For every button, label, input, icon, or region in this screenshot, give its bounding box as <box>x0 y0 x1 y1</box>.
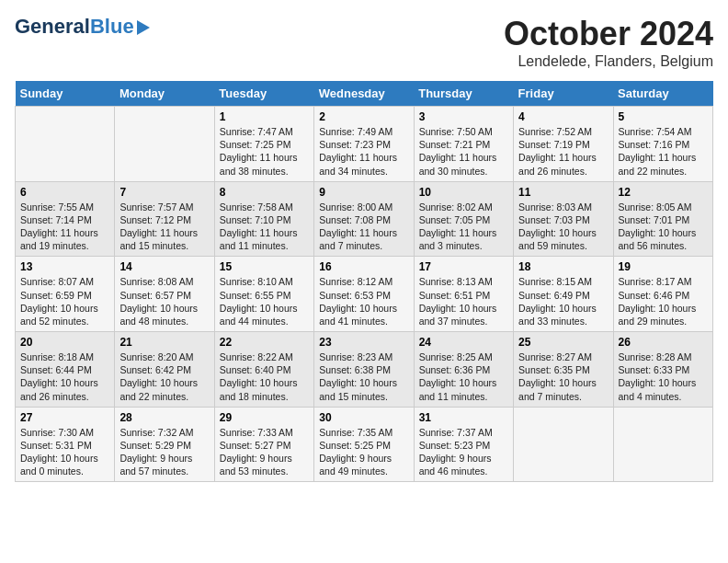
calendar-cell: 9Sunrise: 8:00 AMSunset: 7:08 PMDaylight… <box>314 181 414 257</box>
day-info: Sunrise: 8:00 AMSunset: 7:08 PMDaylight:… <box>319 201 408 253</box>
day-info: Sunrise: 7:57 AMSunset: 7:12 PMDaylight:… <box>119 201 209 253</box>
day-number: 11 <box>518 186 608 199</box>
day-info: Sunrise: 8:10 AMSunset: 6:55 PMDaylight:… <box>220 275 309 327</box>
day-number: 27 <box>20 411 109 424</box>
logo-blue: Blue <box>90 15 134 39</box>
calendar-cell: 10Sunrise: 8:02 AMSunset: 7:05 PMDayligh… <box>414 181 513 257</box>
day-number: 8 <box>220 186 309 199</box>
day-info: Sunrise: 7:52 AMSunset: 7:19 PMDaylight:… <box>518 125 608 178</box>
calendar-cell: 31Sunrise: 7:37 AMSunset: 5:23 PMDayligh… <box>414 407 513 482</box>
calendar-cell: 3Sunrise: 7:50 AMSunset: 7:21 PMDaylight… <box>414 107 513 182</box>
day-number: 21 <box>119 336 209 349</box>
calendar-cell: 14Sunrise: 8:08 AMSunset: 6:57 PMDayligh… <box>115 257 214 332</box>
header-cell-monday: Monday <box>115 81 214 107</box>
day-number: 29 <box>220 411 309 424</box>
calendar-cell: 7Sunrise: 7:57 AMSunset: 7:12 PMDaylight… <box>115 181 214 257</box>
calendar-cell: 11Sunrise: 8:03 AMSunset: 7:03 PMDayligh… <box>514 181 613 257</box>
calendar-cell: 8Sunrise: 7:58 AMSunset: 7:10 PMDaylight… <box>214 181 313 257</box>
week-row-5: 27Sunrise: 7:30 AMSunset: 5:31 PMDayligh… <box>16 407 713 482</box>
day-info: Sunrise: 8:28 AMSunset: 6:33 PMDaylight:… <box>619 350 708 403</box>
page-subtitle: Lendelede, Flanders, Belgium <box>504 53 713 70</box>
day-number: 15 <box>220 260 309 273</box>
calendar-cell: 20Sunrise: 8:18 AMSunset: 6:44 PMDayligh… <box>16 332 115 408</box>
calendar-table: SundayMondayTuesdayWednesdayThursdayFrid… <box>15 81 713 482</box>
day-info: Sunrise: 8:23 AMSunset: 6:38 PMDaylight:… <box>319 350 408 403</box>
day-info: Sunrise: 8:07 AMSunset: 6:59 PMDaylight:… <box>20 275 109 327</box>
calendar-cell: 28Sunrise: 7:32 AMSunset: 5:29 PMDayligh… <box>115 407 214 482</box>
day-number: 19 <box>619 260 708 273</box>
calendar-cell: 13Sunrise: 8:07 AMSunset: 6:59 PMDayligh… <box>16 257 115 332</box>
day-info: Sunrise: 8:05 AMSunset: 7:01 PMDaylight:… <box>619 201 708 253</box>
logo-general: General <box>15 15 90 39</box>
calendar-cell: 23Sunrise: 8:23 AMSunset: 6:38 PMDayligh… <box>314 332 414 408</box>
page-title: October 2024 <box>504 15 713 53</box>
header-cell-wednesday: Wednesday <box>314 81 414 107</box>
day-number: 23 <box>319 336 408 349</box>
day-info: Sunrise: 7:58 AMSunset: 7:10 PMDaylight:… <box>220 201 309 253</box>
week-row-3: 13Sunrise: 8:07 AMSunset: 6:59 PMDayligh… <box>16 257 713 332</box>
day-info: Sunrise: 7:50 AMSunset: 7:21 PMDaylight:… <box>419 125 508 178</box>
day-number: 10 <box>419 186 508 199</box>
day-number: 18 <box>518 260 608 273</box>
day-info: Sunrise: 8:17 AMSunset: 6:46 PMDaylight:… <box>619 275 708 327</box>
page-header: General Blue October 2024 Lendelede, Fla… <box>15 15 713 70</box>
header-row: SundayMondayTuesdayWednesdayThursdayFrid… <box>16 81 713 107</box>
day-number: 31 <box>419 411 508 424</box>
day-info: Sunrise: 7:33 AMSunset: 5:27 PMDaylight:… <box>220 426 309 478</box>
day-number: 30 <box>319 411 408 424</box>
week-row-2: 6Sunrise: 7:55 AMSunset: 7:14 PMDaylight… <box>16 181 713 257</box>
day-info: Sunrise: 7:35 AMSunset: 5:25 PMDaylight:… <box>319 426 408 478</box>
calendar-cell: 27Sunrise: 7:30 AMSunset: 5:31 PMDayligh… <box>16 407 115 482</box>
day-number: 9 <box>319 186 408 199</box>
logo-arrow-icon <box>137 20 150 35</box>
day-info: Sunrise: 7:47 AMSunset: 7:25 PMDaylight:… <box>220 125 309 178</box>
calendar-cell: 19Sunrise: 8:17 AMSunset: 6:46 PMDayligh… <box>613 257 712 332</box>
header-cell-thursday: Thursday <box>414 81 513 107</box>
day-info: Sunrise: 7:32 AMSunset: 5:29 PMDaylight:… <box>119 426 209 478</box>
day-info: Sunrise: 7:30 AMSunset: 5:31 PMDaylight:… <box>20 426 109 478</box>
day-number: 28 <box>119 411 209 424</box>
calendar-cell: 4Sunrise: 7:52 AMSunset: 7:19 PMDaylight… <box>514 107 613 182</box>
calendar-cell: 26Sunrise: 8:28 AMSunset: 6:33 PMDayligh… <box>613 332 712 408</box>
day-number: 16 <box>319 260 408 273</box>
day-info: Sunrise: 7:55 AMSunset: 7:14 PMDaylight:… <box>20 201 109 253</box>
day-info: Sunrise: 7:49 AMSunset: 7:23 PMDaylight:… <box>319 125 408 178</box>
calendar-cell: 18Sunrise: 8:15 AMSunset: 6:49 PMDayligh… <box>514 257 613 332</box>
calendar-cell: 16Sunrise: 8:12 AMSunset: 6:53 PMDayligh… <box>314 257 414 332</box>
header-cell-tuesday: Tuesday <box>214 81 313 107</box>
day-info: Sunrise: 7:54 AMSunset: 7:16 PMDaylight:… <box>619 125 708 178</box>
logo-text: General Blue <box>15 15 150 39</box>
calendar-cell: 29Sunrise: 7:33 AMSunset: 5:27 PMDayligh… <box>214 407 313 482</box>
calendar-cell: 5Sunrise: 7:54 AMSunset: 7:16 PMDaylight… <box>613 107 712 182</box>
day-info: Sunrise: 8:02 AMSunset: 7:05 PMDaylight:… <box>419 201 508 253</box>
day-number: 5 <box>619 110 708 123</box>
calendar-cell <box>613 407 712 482</box>
week-row-1: 1Sunrise: 7:47 AMSunset: 7:25 PMDaylight… <box>16 107 713 182</box>
day-info: Sunrise: 8:20 AMSunset: 6:42 PMDaylight:… <box>119 350 209 403</box>
day-number: 24 <box>419 336 508 349</box>
title-block: October 2024 Lendelede, Flanders, Belgiu… <box>504 15 713 70</box>
day-number: 7 <box>119 186 209 199</box>
day-number: 12 <box>619 186 708 199</box>
day-number: 22 <box>220 336 309 349</box>
day-number: 3 <box>419 110 508 123</box>
day-info: Sunrise: 8:25 AMSunset: 6:36 PMDaylight:… <box>419 350 508 403</box>
calendar-cell <box>16 107 115 182</box>
header-cell-saturday: Saturday <box>613 81 712 107</box>
calendar-header: SundayMondayTuesdayWednesdayThursdayFrid… <box>16 81 713 107</box>
day-info: Sunrise: 8:08 AMSunset: 6:57 PMDaylight:… <box>119 275 209 327</box>
day-info: Sunrise: 8:03 AMSunset: 7:03 PMDaylight:… <box>518 201 608 253</box>
calendar-cell: 24Sunrise: 8:25 AMSunset: 6:36 PMDayligh… <box>414 332 513 408</box>
calendar-cell: 6Sunrise: 7:55 AMSunset: 7:14 PMDaylight… <box>16 181 115 257</box>
day-number: 4 <box>518 110 608 123</box>
day-info: Sunrise: 8:13 AMSunset: 6:51 PMDaylight:… <box>419 275 508 327</box>
header-cell-friday: Friday <box>514 81 613 107</box>
day-info: Sunrise: 8:18 AMSunset: 6:44 PMDaylight:… <box>20 350 109 403</box>
calendar-cell: 25Sunrise: 8:27 AMSunset: 6:35 PMDayligh… <box>514 332 613 408</box>
week-row-4: 20Sunrise: 8:18 AMSunset: 6:44 PMDayligh… <box>16 332 713 408</box>
day-number: 2 <box>319 110 408 123</box>
day-number: 13 <box>20 260 109 273</box>
day-number: 25 <box>518 336 608 349</box>
calendar-cell: 15Sunrise: 8:10 AMSunset: 6:55 PMDayligh… <box>214 257 313 332</box>
calendar-cell: 30Sunrise: 7:35 AMSunset: 5:25 PMDayligh… <box>314 407 414 482</box>
